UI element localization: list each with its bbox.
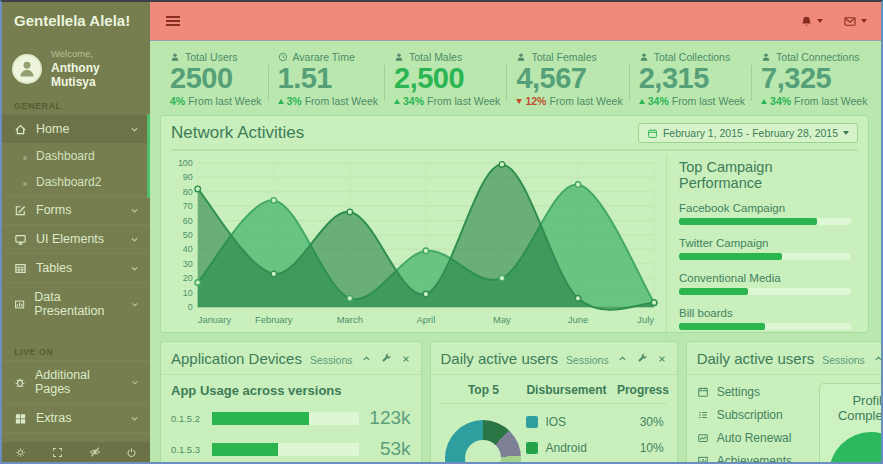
sidebar-subitem-label: Dashboard [36,149,95,163]
svg-text:90: 90 [183,173,193,183]
stat-tile-total-females: Total Females 4,567 12%From last Week [506,49,628,107]
usage-value: 53k [367,438,411,460]
panel-title: Daily active users [697,350,815,367]
chevron-down-icon [129,124,140,135]
table-header: Top 5 Disbursement Progress [441,383,667,404]
panel-title: Application Devices [171,350,302,367]
svg-text:70: 70 [183,201,193,211]
wrench-icon[interactable] [381,353,392,364]
user-profile: Welcome, Anthony Mutisya [12,48,140,89]
legend-row: Android 10% [526,441,666,455]
user-icon [170,52,180,62]
sidebar-item-label: Home [36,122,69,136]
user-icon [639,52,649,62]
svg-text:80: 80 [183,187,193,197]
stat-tile-total-connections: Total Connections 7,325 34%From last Wee… [751,49,873,107]
sidebar-item-ui-elements[interactable]: UI Elements [2,224,150,253]
settings-button[interactable] [2,442,39,462]
wrench-icon[interactable] [637,353,648,364]
logout-button[interactable] [113,442,150,462]
legend-percent: 30% [640,415,667,429]
collapse-icon[interactable] [873,353,883,364]
date-range-picker[interactable]: February 1, 2015 - February 28, 2015 [638,123,858,143]
svg-text:April: April [416,314,435,325]
stat-tile-total-collections: Total Collections 2,315 34%From last Wee… [629,49,751,107]
sidebar-item-additional-pages[interactable]: Additional Pages [2,360,150,403]
stat-delta-pct: 34% [770,95,791,107]
welcome-text: Welcome, [51,48,140,59]
app-title[interactable]: Gentellela Alela! [2,2,150,40]
user-icon [761,52,771,62]
sidebar-item-dashboard[interactable]: Dashboard [2,143,150,169]
list-icon [697,409,709,421]
active-menu-indicator [147,114,150,198]
sidebar-item-forms[interactable]: Forms [2,195,150,224]
legend-label: IOS [545,415,566,429]
column-header-progress: Progress [617,383,671,397]
windows-icon [14,412,27,425]
collapse-icon[interactable] [617,353,628,364]
svg-text:May: May [493,314,511,325]
fullscreen-button[interactable] [39,442,76,462]
usage-title: App Usage across versions [171,383,411,398]
panel-subtitle[interactable]: Sessions [310,354,353,366]
stat-delta-pct: 34% [403,95,424,107]
sidebar-item-home[interactable]: Home [2,114,150,143]
card-title: Profile Completion [826,393,883,423]
collapse-icon[interactable] [361,353,372,364]
usage-row: 0.1.5.3 53k [171,438,411,460]
list-item-subscription[interactable]: Subscription [697,408,811,422]
notifications-dropdown[interactable] [800,15,823,28]
usage-value: 123k [367,407,411,429]
sidebar-footer [2,442,150,462]
stat-delta-text: From last Week [305,95,378,107]
daily-active-users-panel-2: Daily active users Sessions Settings [686,341,883,464]
sidebar-item-label: Additional Pages [35,368,121,396]
campaign-label: Bill boards [679,307,858,319]
svg-text:100: 100 [178,158,193,168]
column-header-top5: Top 5 [441,383,527,397]
panel-subtitle[interactable]: Sessions [822,354,865,366]
close-icon[interactable] [401,354,411,364]
bug-icon [14,376,26,389]
usage-bar [212,443,359,456]
clock-icon [278,52,288,62]
bell-icon [800,15,813,28]
progress-bar [679,218,851,225]
list-item-label: Achievements [717,454,792,464]
chevron-down-icon [129,205,140,216]
list-item-auto-renewal[interactable]: Auto Renewal [697,431,811,445]
stat-delta-pct: 3% [287,95,302,107]
avatar[interactable] [12,54,42,84]
edit-icon [14,204,27,217]
eye-slash-icon [89,446,101,458]
svg-text:0: 0 [188,302,193,312]
hamburger-icon [164,14,182,28]
top-navbar [150,2,881,41]
menu-toggle-button[interactable] [164,14,182,28]
sidebar-item-tables[interactable]: Tables [2,253,150,282]
sidebar-item-dashboard2[interactable]: Dashboard2 [2,169,150,195]
sidebar-item-extras[interactable]: Extras [2,403,150,432]
column-header-disbursement: Disbursement [526,383,616,397]
panel-subtitle[interactable]: Sessions [566,354,609,366]
stat-delta-text: From last Week [794,95,867,107]
svg-text:June: June [568,314,588,325]
chevron-down-icon [129,413,140,424]
caret-down-icon [817,19,823,23]
svg-text:30: 30 [183,259,193,269]
fullscreen-icon [52,447,63,458]
close-icon[interactable] [657,354,667,364]
sidebar-item-label: Extras [36,411,71,425]
donut-chart [445,420,521,464]
progress-bar [679,253,851,260]
lock-button[interactable] [76,442,113,462]
sidebar-item-data-presentation[interactable]: Data Presentation [2,282,150,325]
list-item-settings[interactable]: Settings [697,385,811,399]
messages-dropdown[interactable] [843,15,867,28]
line-chart-icon [697,432,709,444]
sidebar-item-label: UI Elements [36,232,104,246]
list-item-achievements[interactable]: Achievements [697,454,811,464]
home-icon [14,123,27,136]
chevron-down-icon [130,299,140,310]
